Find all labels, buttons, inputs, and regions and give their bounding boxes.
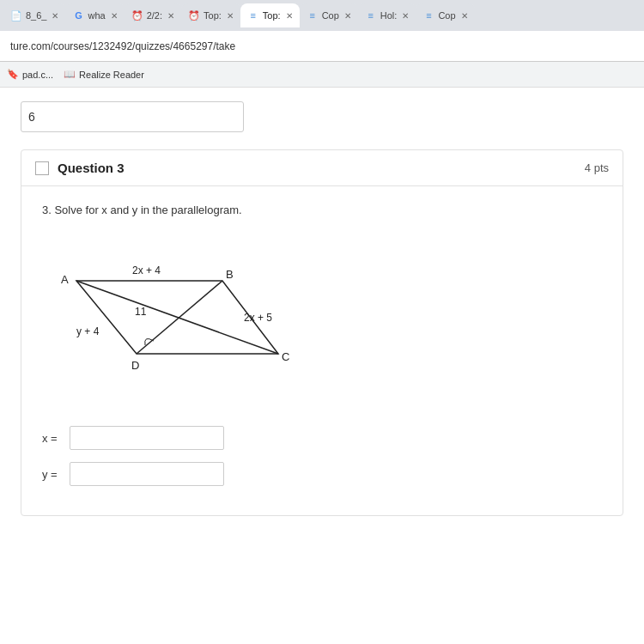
address-bar	[0, 31, 644, 62]
label-D: D	[131, 359, 139, 372]
tab-cop2[interactable]: ≡ Cop ✕	[416, 3, 474, 27]
tab-2-2[interactable]: ⏰ 2/2: ✕	[125, 3, 181, 27]
tab-8-6[interactable]: 📄 8_6_ ✕	[3, 3, 65, 27]
bookmark-realize-icon: 📖	[64, 69, 76, 80]
bookmarks-bar: 🔖 pad.c... 📖 Realize Reader	[0, 62, 644, 88]
y-input[interactable]	[70, 462, 224, 486]
previous-answer-input[interactable]	[21, 101, 244, 132]
label-A: A	[61, 273, 69, 286]
tab-top1[interactable]: ⏰ Top: ✕	[181, 3, 240, 27]
x-label: x =	[42, 432, 63, 445]
label-C: C	[282, 350, 289, 363]
diagram-container: A B C D 2x + 4 11 2x + 5 y + 4	[42, 234, 317, 405]
tab-close-hol[interactable]: ✕	[402, 11, 409, 21]
tab-close-cop1[interactable]: ✕	[344, 11, 351, 21]
tab-icon-2-2: ⏰	[131, 9, 143, 21]
url-input[interactable]	[10, 40, 634, 52]
bookmark-pad-icon: 🔖	[7, 69, 19, 80]
tab-close-top1[interactable]: ✕	[227, 11, 234, 21]
tab-icon-hol: ≡	[365, 9, 377, 21]
tab-hol[interactable]: ≡ Hol: ✕	[358, 3, 416, 27]
tab-icon-cop2: ≡	[422, 9, 434, 21]
question-points: 4 pts	[585, 161, 609, 174]
browser-chrome: 📄 8_6_ ✕ G wha ✕ ⏰ 2/2: ✕ ⏰ Top: ✕ ≡ Top…	[0, 0, 644, 88]
diagram-svg: A B C D 2x + 4 11 2x + 5 y + 4	[42, 234, 317, 405]
question-card-3: Question 3 4 pts 3. Solve for x and y in…	[21, 149, 623, 516]
label-2x5: 2x + 5	[244, 312, 272, 324]
tab-icon-cop1: ≡	[307, 9, 319, 21]
x-input[interactable]	[70, 426, 224, 450]
question-body: 3. Solve for x and y in the parallelogra…	[21, 186, 623, 515]
tab-close-top2[interactable]: ✕	[286, 11, 293, 21]
tab-bar: 📄 8_6_ ✕ G wha ✕ ⏰ 2/2: ✕ ⏰ Top: ✕ ≡ Top…	[0, 0, 644, 31]
label-y4: y + 4	[76, 325, 100, 337]
tab-top2[interactable]: ≡ Top: ✕	[240, 3, 300, 27]
label-B: B	[226, 268, 234, 281]
question-title-row: Question 3	[35, 161, 125, 175]
question-header: Question 3 4 pts	[21, 150, 623, 186]
tab-icon-top2: ≡	[247, 9, 259, 21]
tab-wha[interactable]: G wha ✕	[65, 3, 124, 27]
page-content: Question 3 4 pts 3. Solve for x and y in…	[0, 88, 644, 644]
question-text: 3. Solve for x and y in the parallelogra…	[42, 204, 602, 216]
tab-icon-top1: ⏰	[188, 9, 200, 21]
bookmark-realize[interactable]: 📖 Realize Reader	[64, 69, 144, 80]
tab-icon-8-6: 📄	[10, 9, 22, 21]
tab-close-cop2[interactable]: ✕	[461, 11, 468, 21]
tab-cop1[interactable]: ≡ Cop ✕	[300, 3, 358, 27]
svg-line-2	[137, 281, 222, 354]
answer-row-x: x =	[42, 426, 602, 450]
tab-icon-wha: G	[72, 9, 84, 21]
label-2x4: 2x + 4	[132, 264, 161, 276]
y-label: y =	[42, 468, 63, 481]
tab-close-8-6[interactable]: ✕	[52, 11, 58, 21]
label-11: 11	[135, 306, 147, 318]
previous-answer-wrapper	[21, 101, 623, 132]
answer-row-y: y =	[42, 462, 602, 486]
question-title: Question 3	[58, 161, 125, 175]
question-checkbox[interactable]	[35, 161, 49, 175]
tab-close-2-2[interactable]: ✕	[167, 11, 174, 21]
tab-close-wha[interactable]: ✕	[111, 11, 118, 21]
bookmark-pad[interactable]: 🔖 pad.c...	[7, 69, 53, 80]
